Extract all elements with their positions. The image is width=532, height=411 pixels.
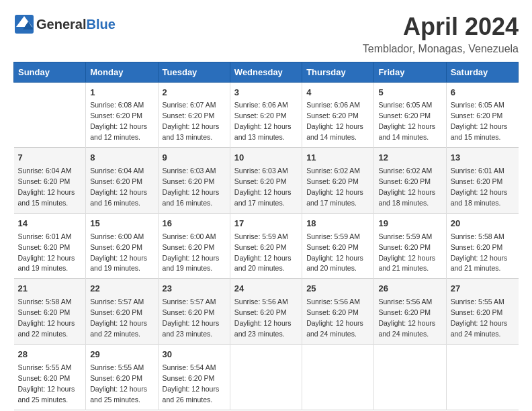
day-detail: Sunrise: 5:55 AM Sunset: 6:20 PM Dayligh… bbox=[18, 363, 75, 404]
calendar-table: SundayMondayTuesdayWednesdayThursdayFrid… bbox=[13, 62, 519, 410]
day-cell: 28Sunrise: 5:55 AM Sunset: 6:20 PM Dayli… bbox=[14, 344, 86, 410]
day-number: 11 bbox=[306, 152, 369, 165]
week-row-1: 1Sunrise: 6:08 AM Sunset: 6:20 PM Daylig… bbox=[14, 82, 519, 148]
day-cell: 22Sunrise: 5:57 AM Sunset: 6:20 PM Dayli… bbox=[86, 279, 158, 345]
day-detail: Sunrise: 6:04 AM Sunset: 6:20 PM Dayligh… bbox=[90, 167, 147, 207]
day-cell: 16Sunrise: 6:00 AM Sunset: 6:20 PM Dayli… bbox=[158, 213, 230, 279]
day-detail: Sunrise: 5:54 AM Sunset: 6:20 PM Dayligh… bbox=[163, 363, 220, 404]
week-row-3: 14Sunrise: 6:01 AM Sunset: 6:20 PM Dayli… bbox=[14, 213, 519, 279]
day-detail: Sunrise: 6:01 AM Sunset: 6:20 PM Dayligh… bbox=[18, 232, 75, 273]
day-number: 3 bbox=[234, 87, 298, 99]
day-number: 2 bbox=[163, 87, 226, 99]
day-number: 27 bbox=[451, 283, 515, 295]
day-detail: Sunrise: 6:08 AM Sunset: 6:20 PM Dayligh… bbox=[90, 101, 147, 141]
week-row-5: 28Sunrise: 5:55 AM Sunset: 6:20 PM Dayli… bbox=[14, 344, 519, 410]
day-cell: 4Sunrise: 6:06 AM Sunset: 6:20 PM Daylig… bbox=[302, 82, 374, 148]
day-cell: 25Sunrise: 5:56 AM Sunset: 6:20 PM Dayli… bbox=[302, 279, 374, 345]
logo-general: General bbox=[36, 17, 86, 32]
day-cell: 14Sunrise: 6:01 AM Sunset: 6:20 PM Dayli… bbox=[14, 213, 86, 279]
day-detail: Sunrise: 5:57 AM Sunset: 6:20 PM Dayligh… bbox=[90, 298, 147, 338]
day-number: 10 bbox=[234, 152, 298, 165]
week-row-4: 21Sunrise: 5:58 AM Sunset: 6:20 PM Dayli… bbox=[14, 279, 519, 345]
column-header-wednesday: Wednesday bbox=[230, 62, 302, 82]
day-number: 8 bbox=[90, 152, 153, 165]
day-detail: Sunrise: 6:00 AM Sunset: 6:20 PM Dayligh… bbox=[163, 232, 220, 273]
day-cell: 9Sunrise: 6:03 AM Sunset: 6:20 PM Daylig… bbox=[158, 148, 230, 214]
day-detail: Sunrise: 6:02 AM Sunset: 6:20 PM Dayligh… bbox=[378, 167, 435, 207]
day-number: 28 bbox=[18, 349, 82, 361]
day-number: 5 bbox=[378, 87, 441, 99]
day-number: 24 bbox=[234, 283, 298, 295]
day-cell bbox=[302, 344, 374, 410]
day-cell bbox=[230, 344, 302, 410]
day-number: 4 bbox=[306, 87, 369, 99]
day-number: 29 bbox=[90, 349, 153, 361]
day-number: 21 bbox=[18, 283, 82, 295]
column-header-thursday: Thursday bbox=[302, 62, 374, 82]
day-number: 22 bbox=[90, 283, 153, 295]
day-cell: 5Sunrise: 6:05 AM Sunset: 6:20 PM Daylig… bbox=[374, 82, 446, 148]
day-detail: Sunrise: 5:56 AM Sunset: 6:20 PM Dayligh… bbox=[378, 298, 435, 338]
day-cell: 30Sunrise: 5:54 AM Sunset: 6:20 PM Dayli… bbox=[158, 344, 230, 410]
day-cell: 15Sunrise: 6:00 AM Sunset: 6:20 PM Dayli… bbox=[86, 213, 158, 279]
day-number: 1 bbox=[90, 87, 153, 99]
day-number: 14 bbox=[18, 218, 82, 230]
week-row-2: 7Sunrise: 6:04 AM Sunset: 6:20 PM Daylig… bbox=[14, 148, 519, 214]
day-detail: Sunrise: 6:06 AM Sunset: 6:20 PM Dayligh… bbox=[234, 101, 292, 141]
day-detail: Sunrise: 5:58 AM Sunset: 6:20 PM Dayligh… bbox=[18, 298, 75, 338]
day-detail: Sunrise: 6:05 AM Sunset: 6:20 PM Dayligh… bbox=[451, 101, 508, 141]
day-cell: 26Sunrise: 5:56 AM Sunset: 6:20 PM Dayli… bbox=[374, 279, 446, 345]
day-cell: 29Sunrise: 5:55 AM Sunset: 6:20 PM Dayli… bbox=[86, 344, 158, 410]
day-detail: Sunrise: 6:05 AM Sunset: 6:20 PM Dayligh… bbox=[378, 101, 435, 141]
calendar-header-row: SundayMondayTuesdayWednesdayThursdayFrid… bbox=[14, 62, 519, 82]
day-detail: Sunrise: 6:03 AM Sunset: 6:20 PM Dayligh… bbox=[163, 167, 220, 207]
day-detail: Sunrise: 6:01 AM Sunset: 6:20 PM Dayligh… bbox=[451, 167, 508, 207]
day-number: 26 bbox=[378, 283, 441, 295]
day-cell bbox=[14, 82, 86, 148]
day-cell: 18Sunrise: 5:59 AM Sunset: 6:20 PM Dayli… bbox=[302, 213, 374, 279]
day-detail: Sunrise: 6:02 AM Sunset: 6:20 PM Dayligh… bbox=[306, 167, 363, 207]
day-detail: Sunrise: 5:55 AM Sunset: 6:20 PM Dayligh… bbox=[451, 298, 508, 338]
day-cell: 8Sunrise: 6:04 AM Sunset: 6:20 PM Daylig… bbox=[86, 148, 158, 214]
day-number: 9 bbox=[163, 152, 226, 165]
day-number: 20 bbox=[451, 218, 515, 230]
day-cell: 11Sunrise: 6:02 AM Sunset: 6:20 PM Dayli… bbox=[302, 148, 374, 214]
day-cell: 12Sunrise: 6:02 AM Sunset: 6:20 PM Dayli… bbox=[374, 148, 446, 214]
day-cell: 10Sunrise: 6:03 AM Sunset: 6:20 PM Dayli… bbox=[230, 148, 302, 214]
month-year-title: April 2024 bbox=[363, 13, 519, 40]
day-cell: 1Sunrise: 6:08 AM Sunset: 6:20 PM Daylig… bbox=[86, 82, 158, 148]
day-cell: 24Sunrise: 5:56 AM Sunset: 6:20 PM Dayli… bbox=[230, 279, 302, 345]
day-cell: 23Sunrise: 5:57 AM Sunset: 6:20 PM Dayli… bbox=[158, 279, 230, 345]
day-cell: 6Sunrise: 6:05 AM Sunset: 6:20 PM Daylig… bbox=[446, 82, 518, 148]
day-number: 18 bbox=[306, 218, 369, 230]
day-detail: Sunrise: 6:07 AM Sunset: 6:20 PM Dayligh… bbox=[163, 101, 220, 141]
day-number: 15 bbox=[90, 218, 153, 230]
column-header-tuesday: Tuesday bbox=[158, 62, 230, 82]
logo-icon bbox=[13, 13, 35, 35]
column-header-saturday: Saturday bbox=[446, 62, 518, 82]
day-detail: Sunrise: 6:06 AM Sunset: 6:20 PM Dayligh… bbox=[306, 101, 363, 141]
day-detail: Sunrise: 5:56 AM Sunset: 6:20 PM Dayligh… bbox=[234, 298, 292, 338]
location-subtitle: Temblador, Monagas, Venezuela bbox=[363, 43, 519, 55]
day-cell: 19Sunrise: 5:59 AM Sunset: 6:20 PM Dayli… bbox=[374, 213, 446, 279]
day-number: 19 bbox=[378, 218, 441, 230]
day-detail: Sunrise: 5:55 AM Sunset: 6:20 PM Dayligh… bbox=[90, 363, 147, 404]
day-cell: 7Sunrise: 6:04 AM Sunset: 6:20 PM Daylig… bbox=[14, 148, 86, 214]
column-header-monday: Monday bbox=[86, 62, 158, 82]
day-detail: Sunrise: 6:03 AM Sunset: 6:20 PM Dayligh… bbox=[234, 167, 292, 207]
day-number: 12 bbox=[378, 152, 441, 165]
logo: General Blue bbox=[13, 13, 116, 35]
day-cell: 27Sunrise: 5:55 AM Sunset: 6:20 PM Dayli… bbox=[446, 279, 518, 345]
column-header-friday: Friday bbox=[374, 62, 446, 82]
day-cell bbox=[374, 344, 446, 410]
day-detail: Sunrise: 5:59 AM Sunset: 6:20 PM Dayligh… bbox=[234, 232, 292, 273]
day-detail: Sunrise: 5:58 AM Sunset: 6:20 PM Dayligh… bbox=[451, 232, 508, 273]
day-detail: Sunrise: 5:56 AM Sunset: 6:20 PM Dayligh… bbox=[306, 298, 363, 338]
day-number: 17 bbox=[234, 218, 298, 230]
day-cell: 2Sunrise: 6:07 AM Sunset: 6:20 PM Daylig… bbox=[158, 82, 230, 148]
day-cell: 17Sunrise: 5:59 AM Sunset: 6:20 PM Dayli… bbox=[230, 213, 302, 279]
day-number: 23 bbox=[163, 283, 226, 295]
day-detail: Sunrise: 6:00 AM Sunset: 6:20 PM Dayligh… bbox=[90, 232, 147, 273]
day-number: 16 bbox=[163, 218, 226, 230]
day-detail: Sunrise: 6:04 AM Sunset: 6:20 PM Dayligh… bbox=[18, 167, 75, 207]
